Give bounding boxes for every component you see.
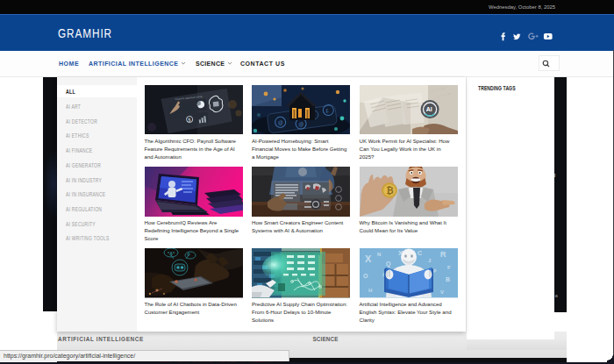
svg-text:H: H (368, 288, 372, 293)
svg-text:V: V (439, 289, 443, 295)
svg-text:J: J (427, 258, 430, 263)
svg-text:Q: Q (386, 261, 391, 268)
svg-text:O: O (363, 273, 368, 279)
svg-text:N: N (377, 252, 381, 257)
svg-text:X: X (365, 253, 372, 264)
svg-text:B: B (445, 276, 449, 282)
svg-text:AI: AI (425, 106, 432, 112)
svg-text:@: @ (277, 119, 283, 125)
svg-text:C: C (417, 250, 421, 256)
svg-text:@: @ (298, 121, 304, 127)
svg-text:₿: ₿ (386, 186, 393, 196)
svg-text:R: R (439, 250, 446, 259)
svg-text:F: F (446, 265, 450, 270)
